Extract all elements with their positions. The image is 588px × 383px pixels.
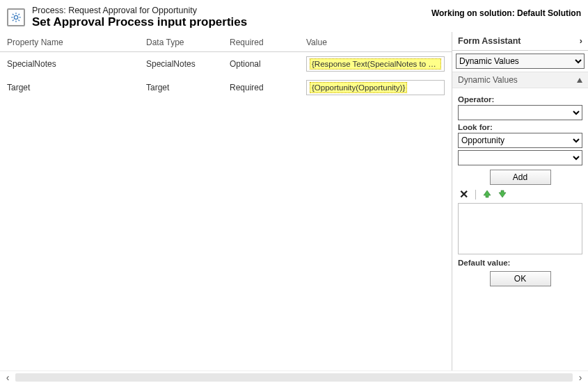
scroll-right-icon[interactable]: › bbox=[574, 372, 587, 383]
default-value-label: Default value: bbox=[458, 259, 582, 267]
chevron-right-icon[interactable]: › bbox=[580, 36, 582, 46]
collapse-icon bbox=[577, 78, 582, 83]
ok-button[interactable]: OK bbox=[490, 271, 551, 286]
col-required[interactable]: Required bbox=[223, 32, 299, 52]
svg-line-8 bbox=[18, 14, 19, 15]
move-up-icon[interactable] bbox=[483, 190, 491, 200]
svg-point-0 bbox=[14, 15, 17, 19]
dynamic-values-section-header[interactable]: Dynamic Values bbox=[452, 72, 588, 88]
assistant-mode-select[interactable]: Dynamic Values bbox=[456, 54, 585, 69]
svg-marker-10 bbox=[499, 190, 506, 197]
move-down-icon[interactable] bbox=[498, 190, 507, 200]
solution-label: Working on solution: Default Solution bbox=[431, 6, 581, 18]
horizontal-scrollbar[interactable]: ‹ › bbox=[0, 370, 588, 383]
page-title: Set Approval Process input properties bbox=[32, 15, 247, 29]
process-name: Request Approval for Opportunity bbox=[68, 6, 197, 15]
value-token[interactable]: {Response Text(SpecialNotes to Manager)} bbox=[310, 58, 441, 70]
process-breadcrumb: Process: Request Approval for Opportunit… bbox=[32, 6, 247, 15]
form-assistant-title: Form Assistant bbox=[458, 36, 521, 46]
remove-icon[interactable]: ✕ bbox=[459, 189, 468, 200]
col-data-type[interactable]: Data Type bbox=[139, 32, 223, 52]
header-bar: Process: Request Approval for Opportunit… bbox=[0, 0, 588, 32]
properties-table: Property Name Data Type Required Value S… bbox=[0, 32, 452, 99]
lookfor-attribute-select[interactable] bbox=[458, 150, 582, 165]
svg-line-5 bbox=[13, 14, 14, 15]
lookfor-entity-select[interactable]: Opportunity bbox=[458, 133, 582, 148]
cell-property-name: SpecialNotes bbox=[0, 52, 139, 76]
properties-table-area: Property Name Data Type Required Value S… bbox=[0, 32, 452, 370]
selected-items-box[interactable] bbox=[458, 203, 582, 254]
dynamic-values-label: Dynamic Values bbox=[458, 75, 518, 85]
scroll-track[interactable] bbox=[15, 373, 573, 382]
separator bbox=[475, 190, 476, 199]
value-input[interactable]: {Response Text(SpecialNotes to Manager)} bbox=[306, 56, 445, 72]
col-property-name[interactable]: Property Name bbox=[0, 32, 139, 52]
value-token[interactable]: {Opportunity(Opportunity)} bbox=[310, 82, 407, 93]
operator-label: Operator: bbox=[458, 95, 582, 104]
scroll-left-icon[interactable]: ‹ bbox=[1, 372, 14, 383]
table-row[interactable]: SpecialNotes SpecialNotes Optional {Resp… bbox=[0, 52, 452, 76]
cell-required: Required bbox=[223, 76, 299, 99]
form-assistant-panel: Form Assistant › Dynamic Values Dynamic … bbox=[452, 32, 588, 370]
value-input[interactable]: {Opportunity(Opportunity)} bbox=[306, 80, 445, 95]
svg-marker-9 bbox=[484, 190, 491, 197]
cell-data-type: SpecialNotes bbox=[139, 52, 223, 76]
col-value[interactable]: Value bbox=[299, 32, 452, 52]
process-icon bbox=[7, 8, 25, 26]
svg-line-6 bbox=[18, 19, 19, 21]
svg-line-7 bbox=[13, 19, 14, 21]
add-button[interactable]: Add bbox=[490, 170, 551, 185]
cell-data-type: Target bbox=[139, 76, 223, 99]
operator-select[interactable] bbox=[458, 105, 582, 120]
table-row[interactable]: Target Target Required {Opportunity(Oppo… bbox=[0, 76, 452, 99]
process-prefix: Process: bbox=[32, 6, 66, 15]
lookfor-label: Look for: bbox=[458, 123, 582, 131]
cell-required: Optional bbox=[223, 52, 299, 76]
cell-property-name: Target bbox=[0, 76, 139, 99]
